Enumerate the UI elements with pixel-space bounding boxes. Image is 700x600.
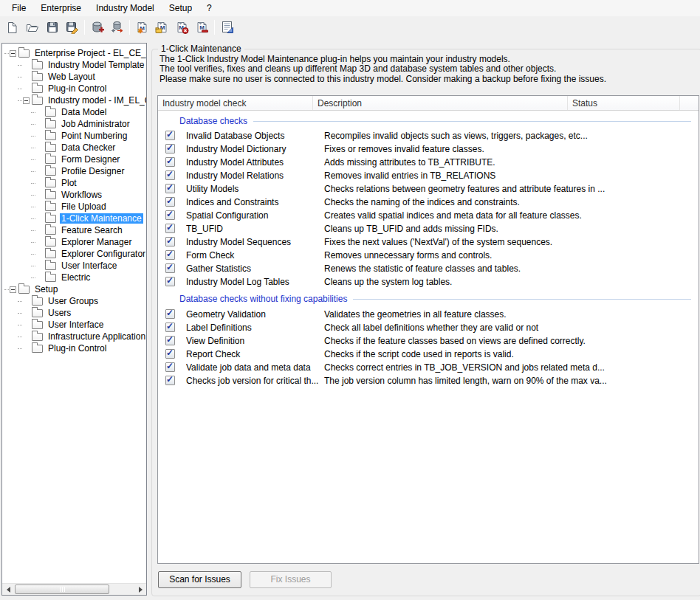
tree-item[interactable]: Web Layout xyxy=(2,71,146,83)
table-row[interactable]: ✓ Form Check Removes unnecessary forms a… xyxy=(158,249,699,262)
column-header-description[interactable]: Description xyxy=(313,96,568,110)
row-checkbox[interactable]: ✓ xyxy=(165,336,175,345)
tree-item[interactable]: Industry Model Template xyxy=(2,59,146,71)
tree-item[interactable]: File Upload xyxy=(2,201,146,213)
row-checkbox[interactable]: ✓ xyxy=(165,224,175,233)
check-icon: ✓ xyxy=(166,169,174,179)
industry-model-create-icon[interactable]: M✱ xyxy=(133,18,151,37)
collapse-icon[interactable] xyxy=(10,286,16,293)
menu-setup[interactable]: Setup xyxy=(162,1,199,15)
column-header-check[interactable]: Industry model check xyxy=(158,96,313,110)
tree-item[interactable]: Plug-in Control xyxy=(2,83,146,94)
group-divider-line xyxy=(353,299,691,300)
row-checkbox[interactable]: ✓ xyxy=(165,144,175,154)
save-edit-icon[interactable] xyxy=(63,18,81,37)
collapse-icon[interactable] xyxy=(10,50,16,57)
table-row[interactable]: ✓ TB_UFID Cleans up TB_UFID and adds mis… xyxy=(158,222,699,235)
table-row[interactable]: ✓ Industry Model Dictionary Fixes or rem… xyxy=(158,142,699,156)
database-add-icon[interactable] xyxy=(88,18,106,37)
tree-item[interactable]: Infrastructure Application Ext xyxy=(2,331,146,342)
tree-item[interactable]: Workflows xyxy=(2,189,146,201)
tree-item[interactable]: 1-Click Maintenance xyxy=(2,213,146,224)
table-row[interactable]: ✓ Industry Model Attributes Adds missing… xyxy=(158,156,699,169)
table-row[interactable]: ✓ View Definition Checks if the feature … xyxy=(158,334,699,348)
menu-industry-model[interactable]: Industry Model xyxy=(89,1,162,15)
tree-item[interactable]: Feature Search xyxy=(2,224,146,236)
column-header-status[interactable]: Status xyxy=(568,96,680,110)
scrollbar-thumb[interactable] xyxy=(15,585,109,594)
table-row[interactable]: ✓ Indices and Constraints Checks the nam… xyxy=(158,196,699,209)
row-checkbox[interactable]: ✓ xyxy=(165,170,175,180)
industry-model-remove-icon[interactable]: M xyxy=(193,18,211,37)
table-row[interactable]: ✓ Geometry Validation Validates the geom… xyxy=(158,308,699,321)
table-row[interactable]: ✓ Label Definitions Check all label defi… xyxy=(158,321,699,334)
row-checkbox[interactable]: ✓ xyxy=(165,250,175,260)
table-row[interactable]: ✓ Validate job data and meta data Checks… xyxy=(158,361,699,374)
scroll-left-icon[interactable] xyxy=(2,584,14,595)
table-row[interactable]: ✓ Gather Statistics Renews the statistic… xyxy=(158,262,699,275)
fix-issues-button[interactable]: Fix Issues xyxy=(250,571,332,588)
row-checkbox[interactable]: ✓ xyxy=(165,210,175,220)
row-checkbox[interactable]: ✓ xyxy=(165,362,175,372)
row-checkbox[interactable]: ✓ xyxy=(165,277,175,286)
menu-file[interactable]: File xyxy=(4,1,33,15)
group-header-checks-without-fixing: Database checks without fixing capabilit… xyxy=(179,293,691,305)
scroll-right-icon[interactable] xyxy=(134,584,146,595)
open-icon[interactable] xyxy=(23,18,41,37)
tree-item[interactable]: Industry model - IM_EL_CE_ xyxy=(2,94,146,106)
column-header-blank xyxy=(680,96,699,110)
check-icon: ✓ xyxy=(166,196,174,206)
row-checkbox[interactable]: ✓ xyxy=(165,184,175,193)
report-icon[interactable] xyxy=(218,18,236,37)
tree-item[interactable]: Plug-in Control xyxy=(2,342,146,354)
table-row[interactable]: ✓ Checks job version for critical th... … xyxy=(158,374,699,387)
folder-icon xyxy=(45,250,56,258)
tree-item[interactable]: Point Numbering xyxy=(2,130,146,142)
tree-item[interactable]: User Interface xyxy=(2,319,146,331)
tree-item[interactable]: User Interface xyxy=(2,260,146,272)
collapse-icon[interactable] xyxy=(23,97,30,104)
tree-item[interactable]: Plot xyxy=(2,177,146,189)
row-checkbox[interactable]: ✓ xyxy=(165,237,175,246)
row-checkbox[interactable]: ✓ xyxy=(165,263,175,273)
tree-item[interactable]: Users xyxy=(2,307,146,319)
table-row[interactable]: ✓ Utility Models Checks relations betwee… xyxy=(158,182,699,196)
tree-item[interactable]: Enterprise Project - EL_CE_JOB xyxy=(2,47,146,59)
menu-enterprise[interactable]: Enterprise xyxy=(33,1,89,15)
row-checkbox[interactable]: ✓ xyxy=(165,131,175,140)
table-row[interactable]: ✓ Invalid Database Objects Recompiles in… xyxy=(158,129,699,142)
new-document-icon[interactable] xyxy=(3,18,21,37)
table-row[interactable]: ✓ Report Check Checks if the script code… xyxy=(158,348,699,361)
tree-item[interactable]: Electric xyxy=(2,272,146,283)
industry-model-delete-icon[interactable]: M xyxy=(173,18,191,37)
toolbar: M✱ M M M xyxy=(0,16,700,38)
save-icon[interactable] xyxy=(43,18,61,37)
database-transfer-icon[interactable] xyxy=(108,18,126,37)
tree-item[interactable]: Profile Designer xyxy=(2,165,146,177)
checks-table: Industry model check Description Status … xyxy=(157,95,699,564)
table-row[interactable]: ✓ Industry Model Relations Removes inval… xyxy=(158,169,699,182)
tree-item[interactable]: Job Administrator xyxy=(2,118,146,130)
tree-item[interactable]: Explorer Configurator xyxy=(2,248,146,260)
row-checkbox[interactable]: ✓ xyxy=(165,197,175,207)
scan-for-issues-button[interactable]: Scan for Issues xyxy=(158,571,241,588)
row-checkbox[interactable]: ✓ xyxy=(165,309,175,319)
row-checkbox[interactable]: ✓ xyxy=(165,376,175,385)
table-row[interactable]: ✓ Industry Model Sequences Fixes the nex… xyxy=(158,235,699,249)
menu-help[interactable]: ? xyxy=(199,1,219,15)
row-checkbox[interactable]: ✓ xyxy=(165,349,175,359)
row-checkbox[interactable]: ✓ xyxy=(165,157,175,167)
row-checkbox[interactable]: ✓ xyxy=(165,323,175,332)
tree-item[interactable]: Data Model xyxy=(2,106,146,118)
tree-horizontal-scrollbar[interactable] xyxy=(2,583,146,595)
tree-item[interactable]: User Groups xyxy=(2,295,146,307)
folder-icon xyxy=(18,49,30,58)
tree-item[interactable]: Form Designer xyxy=(2,154,146,165)
folder-icon xyxy=(32,345,43,353)
table-row[interactable]: ✓ Spatial Configuration Creates valid sp… xyxy=(158,209,699,222)
tree-item[interactable]: Explorer Manager xyxy=(2,236,146,248)
tree-item[interactable]: Data Checker xyxy=(2,142,146,154)
table-row[interactable]: ✓ Industry Model Log Tables Cleans up th… xyxy=(158,275,699,289)
tree-item[interactable]: Setup xyxy=(2,283,146,295)
industry-model-open-icon[interactable]: M xyxy=(153,18,171,37)
